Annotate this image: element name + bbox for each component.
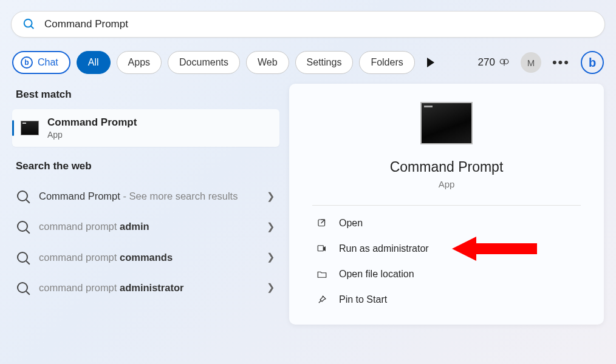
preview-subtitle: App: [312, 179, 581, 189]
open-icon: [316, 217, 328, 229]
filter-folders[interactable]: Folders: [359, 51, 414, 74]
action-label: Pin to Start: [339, 294, 387, 305]
best-match-title: Command Prompt: [47, 116, 137, 129]
best-match-card[interactable]: Command Prompt App: [12, 109, 279, 147]
action-open-location[interactable]: Open file location: [312, 261, 581, 287]
search-input[interactable]: [44, 18, 594, 30]
expand-triangle-icon[interactable]: [427, 58, 434, 67]
rewards-points[interactable]: 270: [478, 56, 510, 69]
web-result-3[interactable]: command prompt administrator ❯: [12, 272, 279, 303]
svg-rect-5: [318, 246, 323, 251]
chevron-right-icon: ❯: [267, 190, 275, 202]
search-icon: [17, 221, 28, 232]
chevron-right-icon: ❯: [267, 281, 275, 293]
search-icon: [17, 282, 28, 293]
app-thumbnail-icon: [420, 102, 473, 144]
more-icon[interactable]: •••: [552, 55, 570, 70]
web-result-text: command prompt admin: [39, 220, 267, 233]
chat-chip[interactable]: b Chat: [12, 51, 70, 74]
main-content: Best match Command Prompt App Search the…: [12, 84, 604, 325]
search-icon: [22, 18, 36, 31]
chevron-right-icon: ❯: [267, 251, 275, 263]
trophy-icon: [499, 57, 510, 68]
search-icon: [17, 190, 28, 201]
bing-icon[interactable]: b: [581, 51, 604, 74]
action-label: Open file location: [339, 269, 414, 280]
svg-marker-6: [452, 237, 537, 261]
action-open[interactable]: Open: [312, 211, 581, 236]
best-match-subtitle: App: [47, 130, 137, 140]
annotation-arrow-icon: [452, 234, 537, 264]
web-result-text: command prompt administrator: [39, 281, 267, 294]
best-match-heading: Best match: [16, 89, 276, 101]
cmd-thumbnail-icon: [21, 121, 39, 135]
shield-icon: [316, 243, 328, 255]
action-run-admin[interactable]: Run as administrator: [312, 236, 581, 261]
chat-bubble-icon: b: [21, 56, 33, 69]
action-pin[interactable]: Pin to Start: [312, 287, 581, 312]
search-web-heading: Search the web: [16, 160, 276, 172]
search-bar[interactable]: [11, 11, 605, 38]
chevron-right-icon: ❯: [267, 221, 275, 232]
header-right: 270 M ••• b: [478, 51, 604, 74]
web-result-text: Command Prompt - See more search results: [39, 189, 267, 203]
web-result-1[interactable]: command prompt admin ❯: [12, 211, 279, 241]
pin-icon: [316, 294, 328, 306]
points-value: 270: [478, 56, 495, 69]
svg-point-0: [24, 19, 32, 27]
filter-settings[interactable]: Settings: [295, 51, 354, 74]
filter-documents[interactable]: Documents: [168, 51, 240, 74]
divider: [312, 205, 581, 206]
user-avatar[interactable]: M: [521, 52, 541, 73]
svg-line-1: [31, 26, 33, 29]
action-label: Run as administrator: [339, 243, 429, 254]
filter-row: b Chat All Apps Documents Web Settings F…: [12, 51, 604, 74]
search-icon: [17, 252, 28, 263]
results-column: Best match Command Prompt App Search the…: [12, 84, 279, 325]
filter-apps[interactable]: Apps: [117, 51, 162, 74]
web-result-text: command prompt commands: [39, 251, 267, 264]
folder-icon: [316, 268, 328, 280]
chat-label: Chat: [38, 57, 58, 68]
filter-all[interactable]: All: [77, 51, 111, 74]
action-label: Open: [339, 218, 363, 229]
filter-web[interactable]: Web: [246, 51, 289, 74]
web-result-0[interactable]: Command Prompt - See more search results…: [12, 181, 279, 211]
web-result-2[interactable]: command prompt commands ❯: [12, 242, 279, 272]
preview-title: Command Prompt: [312, 159, 581, 175]
preview-panel: Command Prompt App Open Run as administr…: [289, 84, 604, 325]
